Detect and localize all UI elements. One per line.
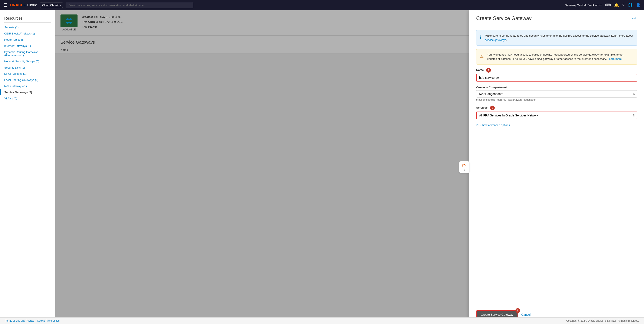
name-input[interactable]: [476, 74, 637, 81]
help-widget-button[interactable]: ⛑ ⠿: [459, 161, 469, 173]
oracle-text: ORACLE: [10, 3, 26, 7]
content-area: 🌐 AVAILABLE Created: Thu, May 16, 2024, …: [55, 10, 644, 324]
step-2-badge: 2: [490, 106, 495, 110]
bell-icon[interactable]: 🔔: [614, 3, 619, 7]
step-3-badge: 3: [515, 308, 520, 313]
terms-link[interactable]: Terms of Use and Privacy: [5, 319, 34, 322]
modal-header: Create Service Gateway Help: [469, 10, 644, 25]
advanced-options-label: Show advanced options: [480, 123, 510, 127]
footer-copyright: Copyright © 2024, Oracle and/or its affi…: [566, 319, 639, 322]
topnav-right: Germany Central (Frankfurt) ▾ ⌨ 🔔 ? 🌐 👤: [565, 3, 640, 7]
resources-title: Resources: [0, 14, 55, 22]
sidebar-item-nat-gateways[interactable]: NAT Gateways (1): [0, 83, 55, 89]
step-1-badge: 1: [486, 68, 491, 73]
services-select[interactable]: All FRA Services In Oracle Services Netw…: [476, 112, 637, 119]
sidebar-item-subnets[interactable]: Subnets (2): [0, 24, 55, 30]
sidebar-item-route-tables[interactable]: Route Tables (5): [0, 37, 55, 43]
info-blue-text: Make sure to set up route rules and secu…: [485, 34, 634, 42]
learn-more-link[interactable]: Learn more: [608, 57, 622, 60]
compartment-form-group: Create In Compartment IwanHoogendoorn ⇅ …: [476, 86, 637, 101]
region-label: Germany Central (Frankfurt): [565, 3, 600, 7]
compartment-select[interactable]: IwanHoogendoorn: [476, 90, 637, 97]
modal-body: ℹ Make sure to set up route rules and se…: [469, 25, 644, 307]
hamburger-icon[interactable]: ☰: [4, 2, 7, 8]
modal-panel: Create Service Gateway Help ℹ Make sure …: [469, 10, 644, 324]
services-form-group: Services 2 All FRA Services In Oracle Se…: [476, 106, 637, 119]
modal-help-link[interactable]: Help: [632, 17, 637, 20]
name-label: Name 1: [476, 68, 637, 73]
sidebar-item-drg-attachments[interactable]: Dynamic Routing Gateways Attachments (1): [0, 49, 55, 58]
services-select-wrapper: All FRA Services In Oracle Services Netw…: [476, 112, 637, 119]
sidebar-item-security-lists[interactable]: Security Lists (1): [0, 64, 55, 71]
sidebar-item-cidr[interactable]: CIDR Blocks/Prefixes (1): [0, 30, 55, 37]
main-layout: Resources Subnets (2) CIDR Blocks/Prefix…: [0, 10, 644, 324]
info-banner-blue: ℹ Make sure to set up route rules and se…: [476, 30, 637, 45]
sidebar-item-nsg[interactable]: Network Security Groups (0): [0, 58, 55, 64]
cookies-link[interactable]: Cookie Preferences: [37, 319, 60, 322]
name-form-group: Name 1: [476, 68, 637, 81]
page-footer: Terms of Use and Privacy Cookie Preferen…: [0, 318, 644, 324]
sliders-icon: ⚙: [476, 123, 479, 127]
cancel-button[interactable]: Cancel: [521, 313, 531, 316]
info-amber-text: Your workloads may need access to public…: [487, 52, 634, 61]
help-widget: ⛑ ⠿: [459, 161, 469, 173]
warning-icon: ⚠: [480, 53, 484, 59]
oracle-logo: ORACLE Cloud: [10, 3, 37, 7]
lifebuoy-icon: ⛑: [462, 163, 466, 169]
sidebar: Resources Subnets (2) CIDR Blocks/Prefix…: [0, 10, 55, 324]
help-icon[interactable]: ?: [622, 3, 624, 7]
service-gateways-link[interactable]: service gateways: [485, 38, 506, 41]
compartment-hint: oraseemeaocids (root)/NETWORK/IwanHoogen…: [476, 98, 637, 101]
sidebar-item-vlans[interactable]: VLANs (0): [0, 95, 55, 101]
resources-divider: [4, 22, 51, 22]
sidebar-item-internet-gateways[interactable]: Internet Gateways (1): [0, 43, 55, 49]
info-banner-amber: ⚠ Your workloads may need access to publ…: [476, 49, 637, 64]
region-selector[interactable]: Germany Central (Frankfurt) ▾: [565, 3, 602, 7]
sidebar-item-service-gateways[interactable]: Service Gateways (0): [0, 89, 55, 95]
user-icon[interactable]: 👤: [636, 3, 640, 7]
globe-icon[interactable]: 🌐: [628, 3, 632, 7]
compartment-select-wrapper: IwanHoogendoorn ⇅: [476, 90, 637, 97]
cloud-classic-button[interactable]: Cloud Classic ›: [40, 2, 63, 8]
cloud-text: Cloud: [27, 3, 37, 7]
help-widget-dots: ⠿: [464, 169, 465, 171]
compartment-label: Create In Compartment: [476, 86, 637, 89]
developer-icon[interactable]: ⌨: [605, 3, 611, 7]
services-label: Services 2: [476, 106, 637, 110]
chevron-down-icon: ▾: [600, 3, 602, 7]
topnav-icons: ⌨ 🔔 ? 🌐 👤: [605, 3, 640, 7]
search-input[interactable]: [66, 2, 193, 8]
footer-left: Terms of Use and Privacy Cookie Preferen…: [5, 319, 60, 322]
sidebar-item-dhcp-options[interactable]: DHCP Options (1): [0, 71, 55, 77]
advanced-options-link[interactable]: ⚙ Show advanced options: [476, 123, 637, 127]
info-circle-icon: ℹ: [480, 34, 482, 40]
topnav: ☰ ORACLE Cloud Cloud Classic › Germany C…: [0, 0, 644, 10]
sidebar-item-local-peering[interactable]: Local Peering Gateways (0): [0, 77, 55, 83]
modal-title: Create Service Gateway: [476, 15, 532, 21]
